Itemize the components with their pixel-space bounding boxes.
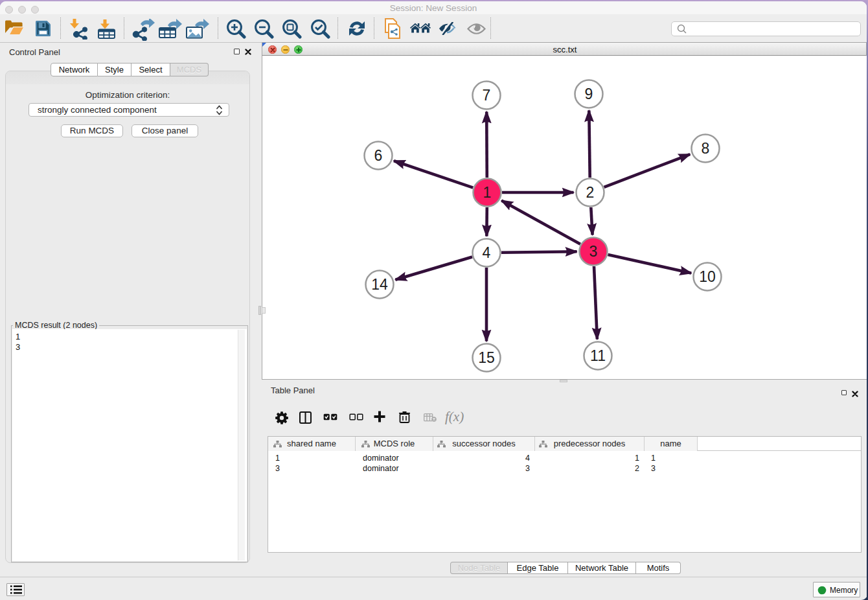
svg-text:15: 15	[478, 349, 495, 366]
svg-text:1: 1	[483, 184, 492, 201]
svg-text:3: 3	[589, 243, 598, 260]
svg-text:9: 9	[585, 86, 593, 102]
svg-text:14: 14	[371, 276, 388, 293]
svg-text:6: 6	[374, 147, 383, 164]
svg-text:8: 8	[702, 140, 710, 157]
svg-text:4: 4	[483, 244, 491, 261]
svg-text:10: 10	[699, 268, 716, 285]
svg-text:2: 2	[586, 184, 595, 201]
svg-text:7: 7	[483, 87, 491, 104]
svg-text:11: 11	[590, 347, 606, 364]
